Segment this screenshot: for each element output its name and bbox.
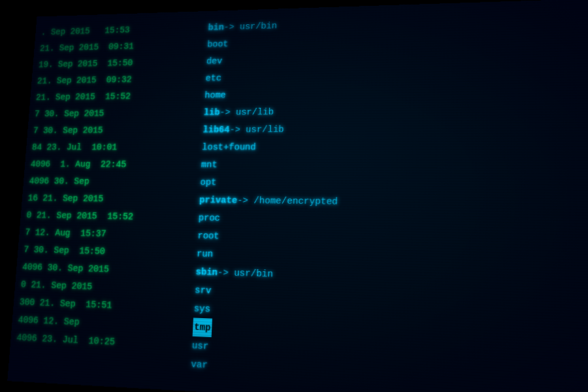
left-line: 84 23. Jul 10:01 [31,139,197,156]
left-line: 21. Sep 2015 15:52 [35,87,199,106]
file-entry-lib64: lib64 -> usr/lib [203,119,588,139]
file-entry-lib: lib -> usr/lib [203,100,588,122]
file-entry-lost-found: lost+found [202,138,588,157]
terminal-screen: . Sep 2015 15:53 21. Sep 2015 09:31 19. … [7,0,588,392]
left-line: 21. Sep 2015 09:32 [37,70,200,90]
terminal-content: . Sep 2015 15:53 21. Sep 2015 09:31 19. … [7,0,588,392]
left-line: 16 21. Sep 2015 [27,189,194,209]
left-column: . Sep 2015 15:53 21. Sep 2015 09:31 19. … [14,17,203,384]
left-line: 7 30. Sep 2015 [34,104,198,122]
right-column: bin -> usr/bin boot dev etc home lib -> … [184,5,588,392]
file-entry-mnt: mnt [201,156,588,176]
left-line: 4096 1. Aug 22:45 [30,155,195,173]
left-line: 7 30. Sep 2015 [33,122,197,139]
left-line: 4096 30. Sep [29,172,195,191]
